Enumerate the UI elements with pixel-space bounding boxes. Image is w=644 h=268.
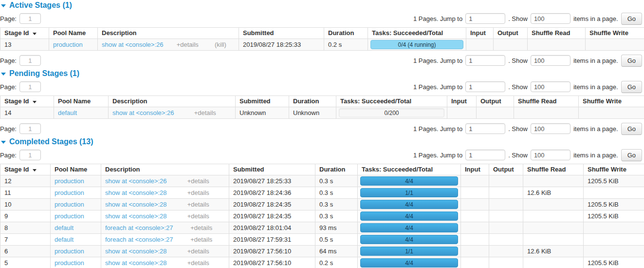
column-header-output[interactable]: Output bbox=[494, 28, 528, 39]
column-header-submitted[interactable]: Submitted bbox=[229, 164, 315, 175]
details-toggle-link[interactable]: +details bbox=[187, 201, 225, 208]
section-title-active[interactable]: Active Stages (1) bbox=[1, 1, 644, 9]
description-link[interactable]: show at <console>:28 bbox=[105, 248, 183, 255]
column-header-description[interactable]: Description bbox=[98, 28, 239, 39]
pool-name-link[interactable]: default bbox=[58, 109, 77, 116]
column-header-output[interactable]: Output bbox=[477, 96, 514, 107]
description-link[interactable]: foreach at <console>:27 bbox=[105, 236, 185, 243]
column-header-shuffle_read[interactable]: Shuffle Read bbox=[523, 164, 584, 175]
column-header-tasks[interactable]: Tasks: Succeeded/Total bbox=[358, 164, 461, 175]
go-button[interactable]: Go bbox=[621, 13, 642, 25]
items-per-page-input[interactable] bbox=[531, 55, 570, 66]
column-header-shuffle_read[interactable]: Shuffle Read bbox=[514, 96, 579, 107]
pool-name-link[interactable]: production bbox=[55, 201, 84, 208]
shuffle-read-cell bbox=[523, 175, 584, 187]
jump-to-page-input[interactable] bbox=[465, 13, 505, 24]
column-header-tasks[interactable]: Tasks: Succeeded/Total bbox=[368, 28, 466, 39]
column-header-shuffle_read[interactable]: Shuffle Read bbox=[528, 28, 586, 39]
description-link[interactable]: show at <console>:26 bbox=[102, 41, 172, 48]
column-header-duration[interactable]: Duration bbox=[324, 28, 368, 39]
details-toggle-link[interactable]: +details bbox=[190, 225, 225, 231]
page-number-input[interactable] bbox=[19, 55, 41, 66]
shuffle-read-cell bbox=[523, 222, 584, 234]
column-header-shuffle_write[interactable]: Shuffle Write bbox=[579, 96, 644, 107]
description-link[interactable]: show at <console>:28 bbox=[105, 260, 183, 267]
description-link[interactable]: show at <console>:28 bbox=[105, 213, 183, 220]
description-link[interactable]: show at <console>:28 bbox=[105, 201, 183, 208]
sort-desc-icon bbox=[33, 33, 37, 35]
items-per-page-input[interactable] bbox=[531, 13, 570, 24]
section-title-pending[interactable]: Pending Stages (1) bbox=[1, 69, 644, 77]
column-header-input[interactable]: Input bbox=[466, 28, 494, 39]
column-header-duration[interactable]: Duration bbox=[289, 96, 336, 107]
items-per-page-input[interactable] bbox=[531, 81, 570, 92]
column-header-submitted[interactable]: Submitted bbox=[239, 28, 324, 39]
go-button[interactable]: Go bbox=[621, 149, 642, 161]
pool-name-link[interactable]: default bbox=[55, 224, 74, 231]
output-cell bbox=[489, 175, 523, 187]
jump-to-page-input[interactable] bbox=[465, 123, 505, 134]
details-toggle-link[interactable]: +details bbox=[187, 178, 225, 185]
pool-name-link[interactable]: production bbox=[55, 189, 84, 196]
description-link[interactable]: show at <console>:26 bbox=[105, 178, 183, 185]
details-toggle-link[interactable]: +details bbox=[187, 248, 225, 255]
column-header-description[interactable]: Description bbox=[109, 96, 236, 107]
column-header-stage_id[interactable]: Stage Id bbox=[0, 96, 54, 107]
description-link[interactable]: show at <console>:28 bbox=[105, 190, 183, 196]
column-header-description[interactable]: Description bbox=[101, 164, 229, 175]
show-label: . Show bbox=[508, 83, 528, 91]
column-header-shuffle_write[interactable]: Shuffle Write bbox=[584, 164, 644, 175]
page-label: Page: bbox=[0, 15, 17, 22]
go-button[interactable]: Go bbox=[621, 81, 642, 93]
duration-cell: 0.5 s bbox=[315, 234, 358, 246]
column-header-stage_id[interactable]: Stage Id bbox=[0, 28, 49, 39]
go-button[interactable]: Go bbox=[621, 55, 642, 67]
jump-to-page-input[interactable] bbox=[465, 150, 505, 160]
column-header-pool[interactable]: Pool Name bbox=[51, 164, 101, 175]
description-link[interactable]: show at <console>:26 bbox=[112, 110, 189, 116]
column-header-pool[interactable]: Pool Name bbox=[54, 96, 109, 107]
column-header-duration[interactable]: Duration bbox=[315, 164, 358, 175]
page-number-input[interactable] bbox=[19, 150, 41, 160]
pagination-bar: Page:1 Pages. Jump to. Showitems in a pa… bbox=[0, 13, 644, 24]
tasks-progress-bar: 0/200 bbox=[339, 108, 444, 117]
pool-name-link[interactable]: production bbox=[55, 248, 84, 255]
column-header-output[interactable]: Output bbox=[489, 164, 523, 175]
items-per-page-input[interactable] bbox=[531, 150, 570, 160]
jump-to-page-input[interactable] bbox=[465, 55, 505, 66]
jump-to-page-input[interactable] bbox=[465, 81, 505, 92]
kill-link[interactable]: (kill) bbox=[215, 41, 235, 48]
pool-name-link[interactable]: production bbox=[53, 41, 83, 48]
stage-id-cell: 10 bbox=[0, 199, 51, 211]
go-button[interactable]: Go bbox=[621, 123, 642, 135]
pool-name-link[interactable]: production bbox=[55, 177, 84, 185]
details-toggle-link[interactable]: +details bbox=[177, 41, 207, 48]
items-per-page-input[interactable] bbox=[531, 123, 570, 134]
pool-name-cell: production bbox=[51, 199, 101, 211]
page-number-input[interactable] bbox=[19, 13, 41, 24]
page-number-input[interactable] bbox=[19, 123, 41, 134]
column-header-input[interactable]: Input bbox=[461, 164, 489, 175]
details-toggle-link[interactable]: +details bbox=[194, 110, 231, 116]
details-toggle-link[interactable]: +details bbox=[187, 213, 225, 220]
stage-row: 14defaultshow at <console>:26+detailsUnk… bbox=[0, 107, 644, 119]
details-toggle-link[interactable]: +details bbox=[187, 190, 225, 196]
column-header-submitted[interactable]: Submitted bbox=[236, 96, 289, 107]
column-header-shuffle_write[interactable]: Shuffle Write bbox=[586, 28, 644, 39]
details-toggle-link[interactable]: +details bbox=[187, 260, 225, 267]
page-number-input[interactable] bbox=[19, 81, 41, 92]
page-left: Page: bbox=[0, 55, 41, 66]
column-header-stage_id[interactable]: Stage Id bbox=[0, 164, 51, 175]
submitted-cell: 2019/08/27 18:01:04 bbox=[229, 222, 315, 234]
details-toggle-link[interactable]: +details bbox=[190, 236, 225, 243]
column-header-input[interactable]: Input bbox=[447, 96, 477, 107]
column-header-pool[interactable]: Pool Name bbox=[49, 28, 98, 39]
pool-name-link[interactable]: production bbox=[55, 259, 84, 267]
page-right: 1 Pages. Jump to. Showitems in a page.Go bbox=[413, 81, 644, 93]
pool-name-link[interactable]: default bbox=[55, 236, 74, 243]
pool-name-link[interactable]: production bbox=[55, 212, 84, 220]
duration-cell: 64 ms bbox=[315, 246, 358, 257]
column-header-tasks[interactable]: Tasks: Succeeded/Total bbox=[336, 96, 447, 107]
section-title-completed[interactable]: Completed Stages (13) bbox=[1, 137, 644, 146]
description-link[interactable]: foreach at <console>:27 bbox=[105, 225, 185, 231]
